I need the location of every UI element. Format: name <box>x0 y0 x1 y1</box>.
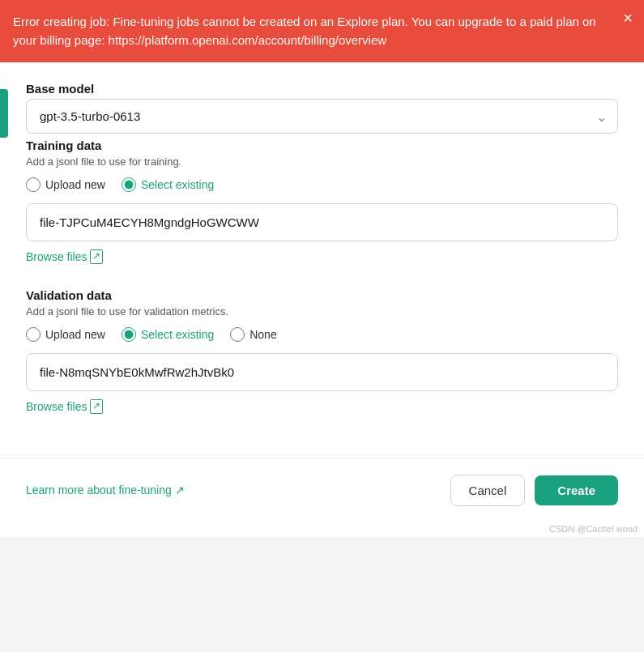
validation-upload-new-label: Upload new <box>45 328 105 341</box>
external-link-icon-3: ↗ <box>175 484 185 496</box>
base-model-label: Base model <box>26 82 618 96</box>
external-link-icon: ↗ <box>90 249 103 264</box>
close-error-button[interactable]: × <box>623 10 633 26</box>
learn-more-label: Learn more about fine-tuning <box>26 484 172 496</box>
training-data-label: Training data <box>26 138 618 152</box>
training-browse-files-label: Browse files <box>26 250 87 263</box>
validation-upload-new-radio[interactable] <box>26 327 41 342</box>
training-upload-new-option[interactable]: Upload new <box>26 177 105 192</box>
watermark: CSDN @Cachel wood <box>0 522 644 537</box>
base-model-select[interactable]: gpt-3.5-turbo-0613 <box>26 99 618 134</box>
side-accent-bar <box>0 89 8 138</box>
modal-body: Base model gpt-3.5-turbo-0613 ⌄ Training… <box>0 62 644 458</box>
validation-browse-files-link[interactable]: Browse files ↗ <box>26 399 103 414</box>
validation-upload-new-option[interactable]: Upload new <box>26 327 105 342</box>
training-select-existing-radio[interactable] <box>122 177 136 192</box>
validation-data-section: Validation data Add a jsonl file to use … <box>26 288 618 433</box>
training-data-radio-group: Upload new Select existing <box>26 177 618 192</box>
base-model-select-wrapper: gpt-3.5-turbo-0613 ⌄ <box>26 99 618 134</box>
training-select-existing-label: Select existing <box>141 178 214 191</box>
error-message: Error creating job: Fine-tuning jobs can… <box>13 15 596 47</box>
validation-data-label: Validation data <box>26 288 618 302</box>
training-upload-new-label: Upload new <box>45 178 105 191</box>
training-data-desc: Add a jsonl file to use for training. <box>26 156 618 168</box>
validation-select-existing-radio[interactable] <box>122 327 136 342</box>
create-button[interactable]: Create <box>535 475 618 505</box>
validation-select-existing-option[interactable]: Select existing <box>122 327 214 342</box>
training-browse-files-link[interactable]: Browse files ↗ <box>26 249 103 264</box>
validation-data-radio-group: Upload new Select existing None <box>26 327 618 342</box>
training-upload-new-radio[interactable] <box>26 177 41 192</box>
external-link-icon-2: ↗ <box>90 399 103 414</box>
footer-buttons: Cancel Create <box>450 475 618 506</box>
modal-footer: Learn more about fine-tuning ↗ Cancel Cr… <box>0 458 644 522</box>
validation-none-radio[interactable] <box>230 327 245 342</box>
base-model-section: Base model gpt-3.5-turbo-0613 ⌄ <box>26 82 618 134</box>
validation-browse-files-label: Browse files <box>26 400 87 413</box>
validation-none-option[interactable]: None <box>230 327 276 342</box>
training-file-input[interactable] <box>26 203 618 241</box>
validation-data-desc: Add a jsonl file to use for validation m… <box>26 305 618 317</box>
validation-none-label: None <box>249 328 276 341</box>
modal-container: Error creating job: Fine-tuning jobs can… <box>0 0 644 537</box>
validation-file-input[interactable] <box>26 353 618 391</box>
training-select-existing-option[interactable]: Select existing <box>122 177 214 192</box>
training-data-section: Training data Add a jsonl file to use fo… <box>26 138 618 283</box>
learn-more-link[interactable]: Learn more about fine-tuning ↗ <box>26 484 185 496</box>
error-banner: Error creating job: Fine-tuning jobs can… <box>0 0 644 62</box>
validation-select-existing-label: Select existing <box>141 328 214 341</box>
cancel-button[interactable]: Cancel <box>450 475 526 506</box>
